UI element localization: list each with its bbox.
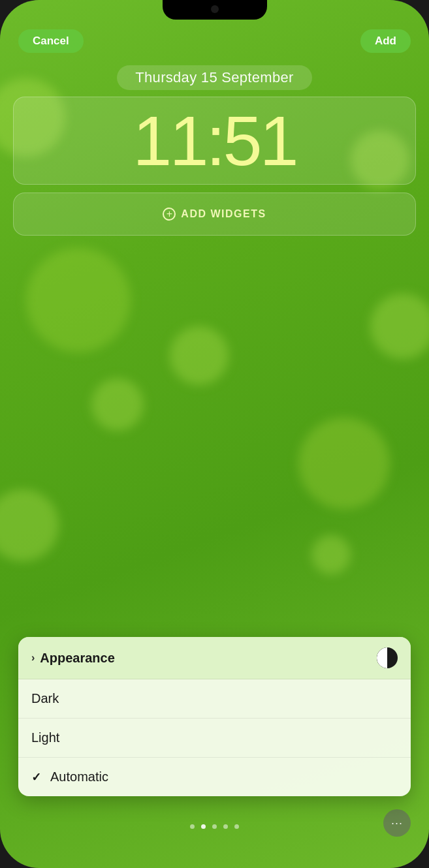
appearance-item-dark[interactable]: Dark (18, 679, 411, 719)
camera-dot (211, 5, 219, 13)
lock-screen-content: Thursday 15 September 11:51 + ADD WIDGET… (0, 65, 429, 236)
add-widgets-button[interactable]: + ADD WIDGETS (13, 193, 416, 236)
page-dot-4 (223, 824, 228, 829)
appearance-title-row: › Appearance (31, 651, 115, 666)
phone-screen: Cancel Add Thursday 15 September 11:51 +… (0, 0, 429, 868)
more-button[interactable]: ··· (383, 809, 411, 837)
dark-option-label: Dark (31, 691, 59, 706)
light-option-label: Light (31, 730, 59, 745)
page-dot-2 (201, 824, 206, 829)
more-icon: ··· (391, 816, 403, 830)
bokeh-circle (370, 294, 429, 359)
add-button[interactable]: Add (360, 29, 411, 53)
page-dots (0, 824, 429, 829)
appearance-item-automatic[interactable]: ✓ Automatic (18, 758, 411, 796)
add-widgets-label: ADD WIDGETS (181, 208, 266, 220)
bokeh-circle (0, 489, 59, 561)
time-display: 11:51 (27, 104, 402, 178)
page-dot-3 (212, 824, 217, 829)
chevron-down-icon: › (31, 652, 35, 664)
checkmark-icon: ✓ (31, 770, 41, 784)
half-circle-icon (377, 647, 398, 668)
bokeh-circle (91, 379, 144, 431)
appearance-mode-icon (377, 647, 398, 668)
appearance-header[interactable]: › Appearance (18, 637, 411, 679)
bokeh-circle (170, 326, 229, 385)
page-dot-1 (190, 824, 195, 829)
appearance-dropdown: › Appearance Dark Light ✓ Automatic (18, 637, 411, 796)
page-dot-5 (234, 824, 239, 829)
plus-icon: + (163, 208, 176, 221)
appearance-title: Appearance (40, 651, 115, 666)
bokeh-circle (298, 418, 390, 509)
date-display: Thursday 15 September (135, 69, 293, 85)
appearance-item-light[interactable]: Light (18, 719, 411, 758)
automatic-option-label: Automatic (50, 769, 108, 784)
top-buttons: Cancel Add (0, 29, 429, 53)
phone-frame: Cancel Add Thursday 15 September 11:51 +… (0, 0, 429, 868)
time-box: 11:51 (13, 97, 416, 185)
bokeh-circle (311, 535, 351, 574)
notch (163, 0, 267, 20)
cancel-button[interactable]: Cancel (18, 29, 84, 53)
bokeh-circle (26, 248, 131, 352)
date-pill: Thursday 15 September (117, 65, 311, 90)
